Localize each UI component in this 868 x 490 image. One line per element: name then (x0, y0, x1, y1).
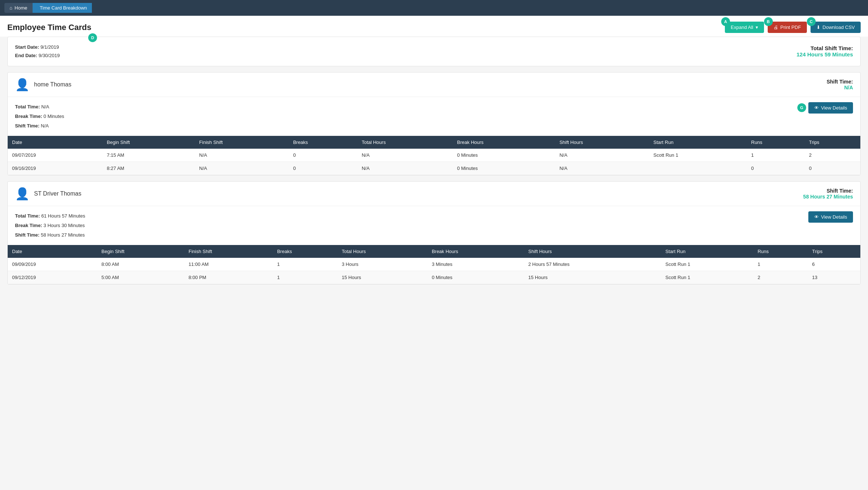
employee-name-1: ST Driver Thomas (34, 190, 81, 197)
total-time-label-0: Total Time: (15, 104, 41, 109)
cell-start_run-1-0: Scott Run 1 (661, 258, 753, 271)
start-date-label: Start Date: (15, 44, 39, 50)
eye-icon-0: 👁 (814, 105, 819, 111)
th-date-0: Date (8, 136, 103, 149)
cell-begin_shift-0-1: 8:27 AM (103, 162, 195, 175)
date-range-info: Start Date: 9/1/2019 End Date: 9/30/2019 (15, 43, 60, 60)
employee-table-1: Date Begin Shift Finish Shift Breaks Tot… (8, 245, 860, 284)
cell-breaks-1-1: 1 (273, 271, 338, 284)
end-date-value: 9/30/2019 (38, 53, 60, 58)
view-details-label-0: View Details (821, 105, 847, 111)
summary-text-0: Total Time: N/A Break Time: 0 Minutes Sh… (15, 102, 64, 131)
cell-finish_shift-1-0: 11:00 AM (184, 258, 273, 271)
print-pdf-button[interactable]: 🖨 Print PDF (768, 22, 807, 33)
table-row: 09/12/20195:00 AM8:00 PM115 Hours0 Minut… (8, 271, 860, 284)
cell-break_hours-0-0: 0 Minutes (453, 149, 555, 162)
end-date-label: End Date: (15, 53, 37, 58)
cell-shift_hours-1-1: 15 Hours (524, 271, 661, 284)
cell-breaks-0-0: 0 (289, 149, 357, 162)
download-csv-button[interactable]: ⬇ Download CSV (811, 22, 861, 33)
shift-time-summary-label-1: Shift Time: (15, 232, 41, 238)
total-shift-label: Total Shift Time: (797, 45, 853, 51)
cell-begin_shift-1-0: 8:00 AM (97, 258, 184, 271)
employee-name-0: home Thomas (34, 81, 71, 88)
th-shift-hours-1: Shift Hours (524, 245, 661, 258)
total-time-label-1: Total Time: (15, 213, 41, 219)
download-csv-label: Download CSV (823, 25, 855, 30)
shift-time-summary-value-0: N/A (41, 123, 49, 129)
th-finish-shift-1: Finish Shift (184, 245, 273, 258)
cell-trips-1-0: 6 (808, 258, 860, 271)
th-trips-0: Trips (805, 136, 860, 149)
page-title: Employee Time Cards (7, 23, 91, 32)
table-row: 09/16/20198:27 AMN/A0N/A0 MinutesN/A00 (8, 162, 860, 175)
total-shift-time: Total Shift Time: 124 Hours 59 Minutes (797, 45, 853, 57)
cell-begin_shift-1-1: 5:00 AM (97, 271, 184, 284)
th-begin-shift-0: Begin Shift (103, 136, 195, 149)
cell-date-1-1: 09/12/2019 (8, 271, 97, 284)
cell-total_hours-0-1: N/A (357, 162, 453, 175)
cell-date-1-0: 09/09/2019 (8, 258, 97, 271)
cell-date-0-1: 09/16/2019 (8, 162, 103, 175)
cell-breaks-1-0: 1 (273, 258, 338, 271)
th-date-1: Date (8, 245, 97, 258)
cell-total_hours-1-1: 15 Hours (338, 271, 428, 284)
cell-shift_hours-1-0: 2 Hours 57 Minutes (524, 258, 661, 271)
avatar-icon-0: 👤 (15, 78, 30, 92)
th-start-run-1: Start Run (661, 245, 753, 258)
break-time-value-1: 3 Hours 30 Minutes (44, 223, 85, 228)
cell-total_hours-1-0: 3 Hours (338, 258, 428, 271)
expand-all-label: Expand All (731, 25, 753, 30)
break-time-label-1: Break Time: (15, 223, 44, 228)
cell-finish_shift-0-1: N/A (195, 162, 289, 175)
cell-breaks-0-1: 0 (289, 162, 357, 175)
th-total-hours-1: Total Hours (338, 245, 428, 258)
table-row: 09/09/20198:00 AM11:00 AM13 Hours3 Minut… (8, 258, 860, 271)
th-breaks-1: Breaks (273, 245, 338, 258)
view-details-button-0[interactable]: 👁 View Details (808, 102, 853, 114)
cell-runs-0-1: 0 (747, 162, 805, 175)
employee-header-1: 👤 ST Driver Thomas Shift Time: 58 Hours … (8, 182, 860, 206)
cell-start_run-0-0: Scott Run 1 (649, 149, 747, 162)
cell-break_hours-1-0: 3 Minutes (427, 258, 524, 271)
employee-summary-1: Total Time: 61 Hours 57 Minutes Break Ti… (8, 206, 860, 245)
cell-start_run-1-1: Scott Run 1 (661, 271, 753, 284)
start-date-value: 9/1/2019 (40, 44, 59, 50)
th-shift-hours-0: Shift Hours (555, 136, 649, 149)
summary-text-1: Total Time: 61 Hours 57 Minutes Break Ti… (15, 211, 85, 240)
th-begin-shift-1: Begin Shift (97, 245, 184, 258)
breadcrumb-current-label: Time Card Breakdown (40, 5, 87, 11)
breadcrumb-home-label: Home (15, 5, 27, 11)
tour-badge-d: D (88, 33, 97, 42)
cell-total_hours-0-0: N/A (357, 149, 453, 162)
th-total-hours-0: Total Hours (357, 136, 453, 149)
cell-runs-0-0: 1 (747, 149, 805, 162)
tour-badge-c: C (807, 17, 816, 26)
employee-info-0: 👤 home Thomas (15, 78, 71, 92)
eye-icon-1: 👁 (814, 214, 819, 220)
tour-badge-a: A (721, 17, 730, 26)
cell-break_hours-1-1: 0 Minutes (427, 271, 524, 284)
breadcrumb-current: Time Card Breakdown (33, 3, 92, 13)
employee-header-0: 👤 home Thomas Shift Time: N/A (8, 73, 860, 97)
employee-card-0: E 👤 home Thomas Shift Time: N/A Total Ti… (7, 72, 861, 175)
view-details-label-1: View Details (821, 214, 847, 220)
employee-card-1: 👤 ST Driver Thomas Shift Time: 58 Hours … (7, 181, 861, 285)
cell-trips-0-0: 2 (805, 149, 860, 162)
view-details-button-1[interactable]: 👁 View Details (808, 211, 853, 223)
print-pdf-label: Print PDF (781, 25, 801, 30)
expand-all-button[interactable]: Expand All ▾ (725, 22, 764, 33)
cell-trips-0-1: 0 (805, 162, 860, 175)
home-icon: ⌂ (10, 5, 12, 11)
breadcrumb: ⌂ Home Time Card Breakdown (0, 0, 868, 16)
break-time-label-0: Break Time: (15, 114, 44, 119)
print-icon: 🖨 (774, 25, 778, 30)
breadcrumb-home[interactable]: ⌂ Home (4, 3, 33, 13)
tour-badge-g: G (797, 103, 806, 112)
cell-finish_shift-1-1: 8:00 PM (184, 271, 273, 284)
employee-table-0: Date Begin Shift Finish Shift Breaks Tot… (8, 136, 860, 175)
shift-time-value-1: 58 Hours 27 Minutes (803, 194, 853, 200)
chevron-down-icon: ▾ (756, 25, 758, 30)
cell-start_run-0-1 (649, 162, 747, 175)
shift-time-value-0: N/A (844, 85, 853, 90)
